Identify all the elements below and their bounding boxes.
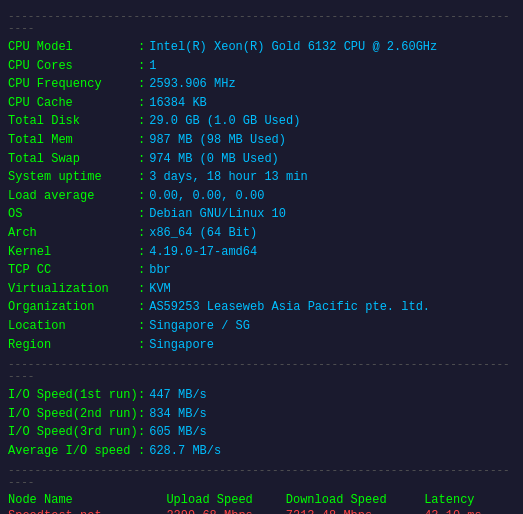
info-colon: : [138,168,145,187]
info-colon: : [138,131,145,150]
info-value: 1 [149,57,156,76]
io-speed-row: Average I/O speed: 628.7 MB/s [8,442,515,461]
info-value: Debian GNU/Linux 10 [149,205,286,224]
io-label: I/O Speed(1st run) [8,386,138,405]
info-value: Intel(R) Xeon(R) Gold 6132 CPU @ 2.60GHz [149,38,437,57]
io-colon: : [138,405,145,424]
info-label: CPU Model [8,38,138,57]
divider-io: ----------------------------------------… [8,358,515,382]
table-header-row: Node NameUpload SpeedDownload SpeedLaten… [8,492,515,508]
info-colon: : [138,298,145,317]
info-value: 16384 KB [149,94,207,113]
info-label: CPU Cache [8,94,138,113]
info-colon: : [138,317,145,336]
info-value: bbr [149,261,171,280]
info-label: Load average [8,187,138,206]
info-colon: : [138,38,145,57]
divider-net: ----------------------------------------… [8,464,515,488]
info-value: 4.19.0-17-amd64 [149,243,257,262]
info-colon: : [138,150,145,169]
network-section: Node NameUpload SpeedDownload SpeedLaten… [8,492,515,514]
info-label: Arch [8,224,138,243]
info-colon: : [138,261,145,280]
info-label: CPU Cores [8,57,138,76]
table-row: Speedtest.net2299.68 Mbps7213.48 Mbps43.… [8,508,515,514]
info-colon: : [138,94,145,113]
system-info-row: Location: Singapore / SG [8,317,515,336]
system-info-row: CPU Model: Intel(R) Xeon(R) Gold 6132 CP… [8,38,515,57]
io-colon: : [138,423,145,442]
system-info-row: Total Disk: 29.0 GB (1.0 GB Used) [8,112,515,131]
info-colon: : [138,57,145,76]
io-value: 628.7 MB/s [149,442,221,461]
info-colon: : [138,224,145,243]
system-info-row: CPU Frequency: 2593.906 MHz [8,75,515,94]
system-info-row: Load average: 0.00, 0.00, 0.00 [8,187,515,206]
download-speed-cell: 7213.48 Mbps [286,508,424,514]
system-info-row: TCP CC: bbr [8,261,515,280]
system-info-row: Virtualization: KVM [8,280,515,299]
info-label: OS [8,205,138,224]
info-value: KVM [149,280,171,299]
system-info-row: Total Mem: 987 MB (98 MB Used) [8,131,515,150]
io-value: 834 MB/s [149,405,207,424]
info-value: Singapore / SG [149,317,250,336]
info-value: x86_64 (64 Bit) [149,224,257,243]
network-table: Node NameUpload SpeedDownload SpeedLaten… [8,492,515,514]
info-value: AS59253 Leaseweb Asia Pacific pte. ltd. [149,298,430,317]
info-value: 3 days, 18 hour 13 min [149,168,307,187]
info-value: 2593.906 MHz [149,75,235,94]
table-header-cell: Node Name [8,492,166,508]
io-colon: : [138,386,145,405]
info-label: Total Swap [8,150,138,169]
info-colon: : [138,280,145,299]
table-header-cell: Upload Speed [166,492,285,508]
info-label: TCP CC [8,261,138,280]
io-label: I/O Speed(2nd run) [8,405,138,424]
io-label: I/O Speed(3rd run) [8,423,138,442]
system-info-row: Kernel: 4.19.0-17-amd64 [8,243,515,262]
info-value: 0.00, 0.00, 0.00 [149,187,264,206]
upload-speed-cell: 2299.68 Mbps [166,508,285,514]
node-name-cell: Speedtest.net [8,508,166,514]
system-info-row: Arch: x86_64 (64 Bit) [8,224,515,243]
info-label: Kernel [8,243,138,262]
info-label: Virtualization [8,280,138,299]
io-colon: : [138,442,145,461]
info-colon: : [138,187,145,206]
info-colon: : [138,112,145,131]
system-info-row: System uptime: 3 days, 18 hour 13 min [8,168,515,187]
info-colon: : [138,75,145,94]
system-info-row: Region: Singapore [8,336,515,355]
info-label: Location [8,317,138,336]
info-colon: : [138,336,145,355]
system-info-row: CPU Cache: 16384 KB [8,94,515,113]
system-info-row: Total Swap: 974 MB (0 MB Used) [8,150,515,169]
system-info-section: CPU Model: Intel(R) Xeon(R) Gold 6132 CP… [8,38,515,354]
info-label: CPU Frequency [8,75,138,94]
table-header-cell: Latency [424,492,515,508]
io-speed-row: I/O Speed(3rd run): 605 MB/s [8,423,515,442]
system-info-row: OS: Debian GNU/Linux 10 [8,205,515,224]
info-value: 974 MB (0 MB Used) [149,150,279,169]
info-value: Singapore [149,336,214,355]
table-header-cell: Download Speed [286,492,424,508]
info-label: Region [8,336,138,355]
io-speed-row: I/O Speed(1st run): 447 MB/s [8,386,515,405]
latency-cell: 43.10 ms [424,508,515,514]
divider-top: ----------------------------------------… [8,10,515,34]
io-label: Average I/O speed [8,442,138,461]
info-value: 987 MB (98 MB Used) [149,131,286,150]
info-label: Total Mem [8,131,138,150]
io-speed-row: I/O Speed(2nd run): 834 MB/s [8,405,515,424]
io-value: 605 MB/s [149,423,207,442]
io-value: 447 MB/s [149,386,207,405]
info-label: Total Disk [8,112,138,131]
info-value: 29.0 GB (1.0 GB Used) [149,112,300,131]
info-colon: : [138,243,145,262]
system-info-row: CPU Cores: 1 [8,57,515,76]
system-info-row: Organization: AS59253 Leaseweb Asia Paci… [8,298,515,317]
info-colon: : [138,205,145,224]
info-label: Organization [8,298,138,317]
io-speed-section: I/O Speed(1st run): 447 MB/sI/O Speed(2n… [8,386,515,460]
